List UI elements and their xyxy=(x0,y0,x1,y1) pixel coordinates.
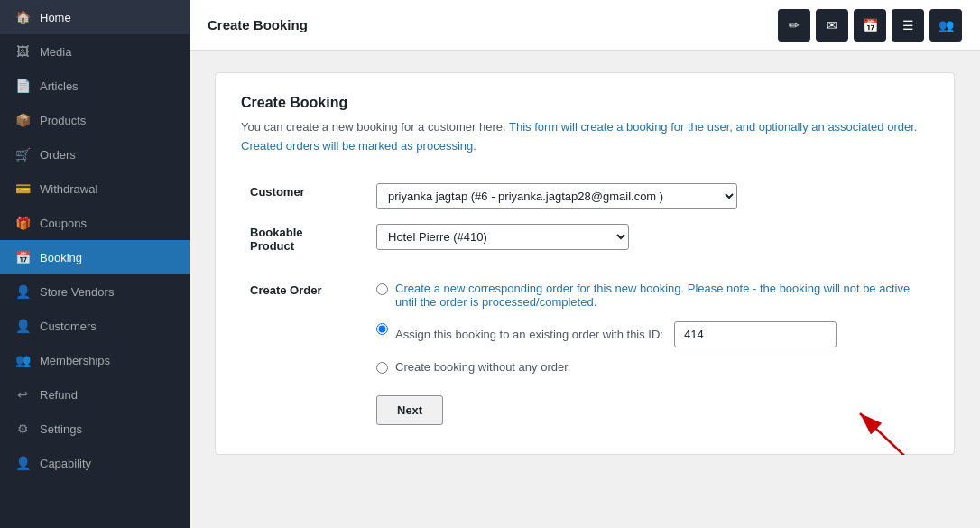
main-area: Create Booking ✏ ✉ 📅 ☰ 👥 Create Booking … xyxy=(190,0,980,528)
sidebar: 🏠 Home 🖼 Media 📄 Articles 📦 Products 🛒 O… xyxy=(0,0,190,528)
articles-icon: 📄 xyxy=(14,79,31,93)
sidebar-item-refund[interactable]: ↩ Refund xyxy=(0,377,190,412)
create-order-options: Create a new corresponding order for thi… xyxy=(367,274,929,432)
email-button[interactable]: ✉ xyxy=(816,9,848,42)
sidebar-item-label: Booking xyxy=(40,251,82,264)
new-order-radio[interactable] xyxy=(376,283,388,295)
new-order-text: Create a new corresponding order for thi… xyxy=(395,282,910,309)
spacer-row xyxy=(241,260,929,274)
new-order-label: Create a new corresponding order for thi… xyxy=(395,282,920,309)
sidebar-item-label: Home xyxy=(40,11,71,24)
existing-order-label: Assign this booking to an existing order… xyxy=(395,321,837,347)
memberships-icon: 👥 xyxy=(14,353,31,367)
new-order-option: Create a new corresponding order for thi… xyxy=(376,282,920,309)
card-description: You can create a new booking for a custo… xyxy=(241,118,929,156)
no-order-radio[interactable] xyxy=(376,362,388,374)
bookable-product-value: Hotel Pierre (#410) xyxy=(367,217,929,260)
sidebar-item-label: Orders xyxy=(40,148,76,162)
sidebar-item-products[interactable]: 📦 Products xyxy=(0,103,190,137)
sidebar-item-customers[interactable]: 👤 Customers xyxy=(0,309,190,343)
list-button[interactable]: ☰ xyxy=(892,9,924,42)
existing-order-radio[interactable] xyxy=(376,323,388,335)
customer-value: priyanka jagtap (#6 - priyanka.jagtap28@… xyxy=(367,176,929,217)
customer-label: Customer xyxy=(241,176,367,217)
coupons-icon: 🎁 xyxy=(14,216,31,230)
sidebar-item-label: Coupons xyxy=(40,217,87,230)
order-id-row: Assign this booking to an existing order… xyxy=(395,321,837,347)
page-title: Create Booking xyxy=(208,17,308,32)
settings-icon: ⚙ xyxy=(14,421,31,436)
sidebar-item-settings[interactable]: ⚙ Settings xyxy=(0,412,190,446)
bookable-product-row: BookableProduct Hotel Pierre (#410) xyxy=(241,217,929,260)
sidebar-item-media[interactable]: 🖼 Media xyxy=(0,34,190,69)
calendar-button[interactable]: 📅 xyxy=(854,9,886,42)
users-button[interactable]: 👥 xyxy=(929,9,962,42)
card-title: Create Booking xyxy=(241,95,929,111)
sidebar-item-label: Capability xyxy=(40,457,91,470)
booking-form: Customer priyanka jagtap (#6 - priyanka.… xyxy=(241,176,929,432)
content-area: Create Booking You can create a new book… xyxy=(190,51,980,528)
next-button-wrapper: Next xyxy=(376,390,443,425)
create-order-row: Create Order Create a new corresponding … xyxy=(241,274,929,432)
store-vendors-icon: 👤 xyxy=(14,284,31,299)
bookable-product-label: BookableProduct xyxy=(241,217,367,260)
sidebar-item-label: Settings xyxy=(40,422,82,436)
sidebar-item-withdrawal[interactable]: 💳 Withdrawal xyxy=(0,171,190,206)
orders-icon: 🛒 xyxy=(14,147,31,162)
radio-group: Create a new corresponding order for thi… xyxy=(376,282,920,374)
content-wrapper: Create Booking You can create a new book… xyxy=(215,72,955,455)
sidebar-item-label: Withdrawal xyxy=(40,182,97,196)
edit-button[interactable]: ✏ xyxy=(778,9,810,42)
customer-row: Customer priyanka jagtap (#6 - priyanka.… xyxy=(241,176,929,217)
sidebar-item-label: Refund xyxy=(40,388,78,402)
sidebar-item-label: Store Vendors xyxy=(40,285,114,299)
sidebar-item-capability[interactable]: 👤 Capability xyxy=(0,446,190,480)
sidebar-item-label: Customers xyxy=(40,320,97,333)
sidebar-item-store-vendors[interactable]: 👤 Store Vendors xyxy=(0,274,190,309)
sidebar-item-booking[interactable]: 📅 Booking xyxy=(0,240,190,274)
order-id-input[interactable] xyxy=(674,321,837,347)
products-icon: 📦 xyxy=(14,113,31,127)
product-select[interactable]: Hotel Pierre (#410) xyxy=(376,224,629,250)
withdrawal-icon: 💳 xyxy=(14,181,31,196)
sidebar-item-orders[interactable]: 🛒 Orders xyxy=(0,137,190,171)
create-booking-card: Create Booking You can create a new book… xyxy=(215,72,955,455)
page-header: Create Booking ✏ ✉ 📅 ☰ 👥 xyxy=(190,0,980,51)
refund-icon: ↩ xyxy=(14,387,31,402)
home-icon: 🏠 xyxy=(14,10,31,24)
desc-static: You can create a new booking for a custo… xyxy=(241,120,509,134)
customer-select[interactable]: priyanka jagtap (#6 - priyanka.jagtap28@… xyxy=(376,183,737,209)
booking-icon: 📅 xyxy=(14,250,31,264)
customers-icon: 👤 xyxy=(14,319,31,333)
no-order-label: Create booking without any order. xyxy=(395,360,570,374)
sidebar-item-label: Products xyxy=(40,114,86,127)
next-button[interactable]: Next xyxy=(376,395,443,425)
existing-order-text: Assign this booking to an existing order… xyxy=(395,328,663,341)
media-icon: 🖼 xyxy=(14,44,31,59)
no-order-option: Create booking without any order. xyxy=(376,360,920,374)
existing-order-option: Assign this booking to an existing order… xyxy=(376,321,920,347)
sidebar-item-label: Articles xyxy=(40,79,79,93)
sidebar-item-home[interactable]: 🏠 Home xyxy=(0,0,190,34)
sidebar-item-label: Media xyxy=(40,45,71,59)
sidebar-item-articles[interactable]: 📄 Articles xyxy=(0,69,190,103)
create-order-label: Create Order xyxy=(241,274,367,432)
sidebar-item-memberships[interactable]: 👥 Memberships xyxy=(0,343,190,377)
sidebar-item-coupons[interactable]: 🎁 Coupons xyxy=(0,206,190,240)
header-actions: ✏ ✉ 📅 ☰ 👥 xyxy=(778,9,962,42)
sidebar-item-label: Memberships xyxy=(40,354,110,367)
capability-icon: 👤 xyxy=(14,456,31,470)
